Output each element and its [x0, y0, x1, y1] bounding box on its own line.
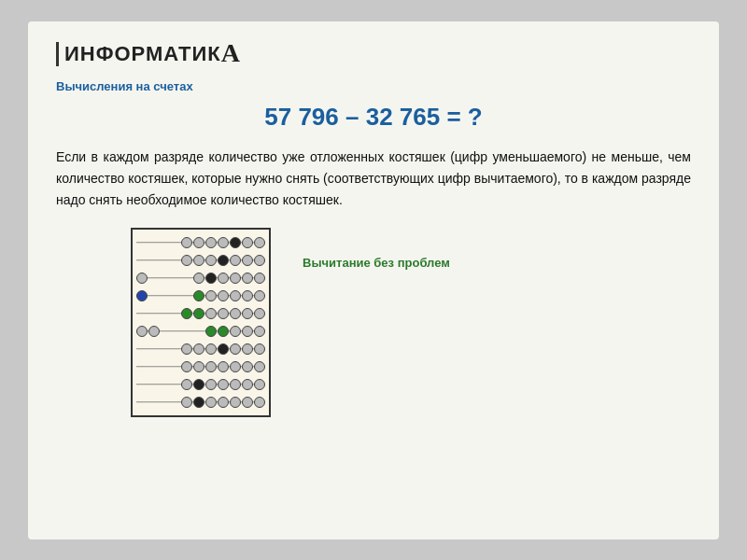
bead: [181, 343, 192, 355]
logo: ИНФОРМАТИКА: [56, 40, 691, 66]
description-text: Если в каждом разряде количество уже отл…: [56, 147, 691, 211]
bead: [218, 326, 229, 337]
bead: [181, 255, 192, 266]
bead: [230, 326, 241, 337]
beads-right: [181, 343, 265, 355]
bead: [181, 361, 192, 372]
main-card: ИНФОРМАТИКА Вычисления на счетах 57 796 …: [28, 21, 719, 539]
abacus-container: [131, 228, 271, 417]
bead: [242, 237, 253, 248]
beads-left: [136, 273, 148, 284]
bead: [230, 397, 241, 408]
bead: [218, 273, 229, 284]
abacus-row: [136, 306, 265, 321]
abacus-row: [136, 342, 265, 357]
bead: [205, 379, 217, 390]
bead: [205, 343, 217, 355]
beads-right: [193, 290, 265, 301]
abacus-row: [136, 395, 265, 410]
beads-right: [205, 326, 265, 337]
abacus-row: [136, 288, 265, 303]
beads-right: [181, 308, 265, 319]
content-row: Вычитание без проблем: [56, 228, 691, 417]
bead: [218, 343, 229, 355]
bead: [254, 255, 265, 266]
bead: [136, 273, 148, 284]
bead: [193, 273, 204, 284]
bead: [242, 326, 253, 337]
bead: [242, 255, 253, 266]
bead: [230, 237, 241, 248]
bead: [254, 343, 265, 355]
bead: [230, 379, 241, 390]
bead: [205, 308, 217, 319]
bead: [205, 255, 217, 266]
section-title: Вычисления на счетах: [56, 79, 691, 93]
bead: [242, 308, 253, 319]
bead: [218, 361, 229, 372]
beads-right: [181, 397, 265, 408]
bead: [136, 290, 148, 301]
bead: [254, 273, 265, 284]
bead: [205, 290, 217, 301]
bead: [242, 379, 253, 390]
abacus-row: [136, 235, 265, 250]
bead: [242, 397, 253, 408]
bead: [181, 237, 192, 248]
bead: [230, 290, 241, 301]
bead: [242, 290, 253, 301]
abacus-row: [136, 359, 265, 374]
beads-right: [181, 237, 265, 248]
bead: [193, 308, 204, 319]
bead: [193, 255, 204, 266]
bead: [205, 326, 217, 337]
bead: [242, 273, 253, 284]
bead: [230, 308, 241, 319]
bead: [230, 343, 241, 355]
bead: [254, 361, 265, 372]
bead: [218, 237, 229, 248]
bead: [218, 379, 229, 390]
abacus-row: [136, 253, 265, 268]
caption: Вычитание без проблем: [303, 256, 450, 270]
beads-left: [136, 326, 160, 337]
beads-right: [181, 379, 265, 390]
bead: [205, 397, 217, 408]
bead: [193, 290, 204, 301]
bead: [193, 379, 204, 390]
bead: [193, 237, 204, 248]
logo-text: ИНФОРМАТИК: [56, 42, 221, 66]
bead: [205, 273, 217, 284]
equation: 57 796 – 32 765 = ?: [56, 103, 691, 132]
abacus-row: [136, 377, 265, 392]
bead: [193, 397, 204, 408]
bead: [136, 326, 148, 337]
bead: [230, 255, 241, 266]
bead: [205, 237, 217, 248]
beads-right: [181, 361, 265, 372]
logo-a: А: [221, 40, 240, 66]
beads-right: [181, 255, 265, 266]
bead: [181, 308, 192, 319]
bead: [181, 379, 192, 390]
bead: [193, 361, 204, 372]
bead: [218, 397, 229, 408]
bead: [254, 290, 265, 301]
bead: [230, 273, 241, 284]
bead: [230, 361, 241, 372]
bead: [254, 379, 265, 390]
bead: [205, 361, 217, 372]
bead: [254, 308, 265, 319]
bead: [218, 255, 229, 266]
bead: [254, 326, 265, 337]
bead: [148, 326, 160, 337]
bead: [218, 308, 229, 319]
abacus-frame: [131, 228, 271, 417]
bead: [218, 290, 229, 301]
bead: [193, 343, 204, 355]
bead: [242, 361, 253, 372]
beads-left: [136, 290, 148, 301]
abacus-row: [136, 324, 265, 339]
bead: [242, 343, 253, 355]
beads-right: [193, 273, 265, 284]
